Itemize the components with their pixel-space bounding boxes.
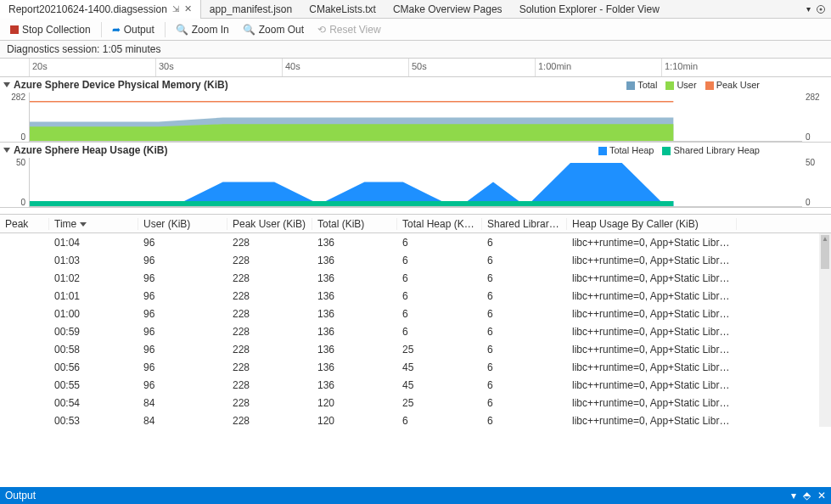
swatch-icon	[705, 81, 714, 90]
button-label: Stop Collection	[22, 24, 91, 36]
timeline-tick: 1:10min	[661, 59, 698, 76]
timeline-ruler[interactable]: 20s 30s 40s 50s 1:00min 1:10min	[0, 59, 831, 77]
spacer	[0, 208, 831, 215]
close-icon[interactable]: ✕	[817, 490, 826, 501]
table-row[interactable]: 00:5596228136456libc++runtime=0, App+Sta…	[0, 376, 831, 394]
y-axis-left: 500	[0, 158, 29, 207]
column-header[interactable]: Heap Usage By Caller (KiB)	[567, 218, 737, 230]
stop-collection-button[interactable]: Stop Collection	[5, 22, 96, 37]
table-row[interactable]: 01:019622813666libc++runtime=0, App+Stat…	[0, 287, 831, 305]
tab-item[interactable]: Solution Explorer - Folder View	[511, 0, 668, 19]
table-cell: 6	[397, 255, 482, 266]
table-cell: libc++runtime=0, App+Static Librar...	[567, 290, 737, 302]
column-header[interactable]: Total Heap (KiB)	[397, 218, 482, 230]
table-row[interactable]: 00:538422812066libc++runtime=0, App+Stat…	[0, 412, 831, 427]
table-row[interactable]: 01:029622813666libc++runtime=0, App+Stat…	[0, 269, 831, 287]
chart-plot[interactable]	[29, 158, 802, 207]
scroll-up-icon[interactable]: ▲	[822, 235, 828, 243]
table-row[interactable]: 00:5896228136256libc++runtime=0, App+Sta…	[0, 340, 831, 358]
dropdown-icon[interactable]: ▾	[791, 490, 796, 501]
timeline-tick: 20s	[29, 59, 48, 76]
tab-item[interactable]: app_manifest.json	[201, 0, 300, 19]
table-cell: 136	[312, 326, 397, 338]
legend-item: Peak User	[705, 80, 760, 90]
panel-title: Output	[5, 490, 36, 501]
legend-item: Shared Library Heap	[662, 145, 760, 155]
table-cell: 6	[397, 237, 482, 249]
scrollbar[interactable]: ▲	[819, 233, 831, 427]
tab-active[interactable]: Report20210624-1400.diagsession ⇲ ✕	[0, 0, 201, 19]
output-button[interactable]: ➦ Output	[107, 22, 160, 37]
table-cell: 6	[482, 344, 567, 356]
chart-header[interactable]: Azure Sphere Device Physical Memory (KiB…	[0, 77, 831, 92]
y-axis-left: 2820	[0, 92, 29, 142]
table-row[interactable]: 00:5484228120256libc++runtime=0, App+Sta…	[0, 394, 831, 412]
table-cell: 228	[227, 255, 312, 266]
document-tabbar: Report20210624-1400.diagsession ⇲ ✕ app_…	[0, 0, 831, 19]
table-row[interactable]: 01:039622813666libc++runtime=0, App+Stat…	[0, 251, 831, 269]
diagnostics-toolbar: Stop Collection ➦ Output 🔍 Zoom In 🔍 Zoo…	[0, 19, 831, 41]
tab-label: app_manifest.json	[210, 3, 292, 15]
column-header[interactable]: Time	[49, 218, 138, 230]
zoom-in-button[interactable]: 🔍 Zoom In	[171, 22, 234, 37]
table-cell: 6	[482, 397, 567, 409]
table-cell: libc++runtime=0, App+Static Librar...	[567, 344, 737, 356]
table-cell: 96	[138, 255, 227, 266]
table-cell: 228	[227, 361, 312, 373]
column-header[interactable]: Shared Library...	[482, 218, 567, 230]
table-cell: 6	[482, 326, 567, 338]
collapse-icon[interactable]	[3, 82, 10, 87]
table-header: Peak Time User (KiB) Peak User (KiB) Tot…	[0, 215, 831, 233]
legend-item: User	[665, 80, 696, 90]
table-cell: 25	[397, 344, 482, 356]
table-cell: 00:58	[49, 344, 138, 356]
table-cell: 6	[397, 290, 482, 302]
table-cell: 136	[312, 344, 397, 356]
close-icon[interactable]: ✕	[184, 3, 192, 14]
table-cell: 228	[227, 326, 312, 338]
table-cell: 136	[312, 255, 397, 266]
output-panel-titlebar[interactable]: Output ▾ ⬘ ✕	[0, 487, 831, 504]
column-header[interactable]: Peak	[0, 218, 49, 230]
table-row[interactable]: 01:049622813666libc++runtime=0, App+Stat…	[0, 233, 831, 251]
chart-memory: Azure Sphere Device Physical Memory (KiB…	[0, 77, 831, 143]
button-label: Zoom In	[192, 24, 229, 36]
pin-icon[interactable]: ⬘	[803, 490, 811, 501]
tab-item[interactable]: CMake Overview Pages	[385, 0, 511, 19]
table-cell: 01:04	[49, 237, 138, 249]
table-row[interactable]: 00:5696228136456libc++runtime=0, App+Sta…	[0, 358, 831, 376]
table-row[interactable]: 01:009622813666libc++runtime=0, App+Stat…	[0, 305, 831, 322]
chart-plot[interactable]	[29, 92, 802, 142]
gear-icon[interactable]	[816, 4, 826, 14]
table-cell: 84	[138, 415, 227, 427]
table-cell: 6	[482, 308, 567, 320]
column-header[interactable]: User (KiB)	[138, 218, 227, 230]
table-body[interactable]: 01:049622813666libc++runtime=0, App+Stat…	[0, 233, 831, 427]
table-cell: libc++runtime=0, App+Static Librar...	[567, 237, 737, 249]
table-cell: 228	[227, 237, 312, 249]
reset-view-button[interactable]: ⟲ Reset View	[312, 22, 385, 37]
table-cell: libc++runtime=0, App+Static Librar...	[567, 361, 737, 373]
window-dropdown-icon[interactable]: ▾	[806, 4, 811, 14]
timeline-tick: 40s	[282, 59, 300, 76]
pin-icon[interactable]: ⇲	[172, 4, 179, 14]
table-cell: 228	[227, 397, 312, 409]
column-header[interactable]: Total (KiB)	[312, 218, 397, 230]
tab-item[interactable]: CMakeLists.txt	[300, 0, 385, 19]
swatch-icon	[665, 81, 674, 90]
table-cell: 96	[138, 361, 227, 373]
column-header[interactable]: Peak User (KiB)	[227, 218, 312, 230]
collapse-icon[interactable]	[3, 148, 10, 153]
data-table: Peak Time User (KiB) Peak User (KiB) Tot…	[0, 215, 831, 427]
table-row[interactable]: 00:599622813666libc++runtime=0, App+Stat…	[0, 322, 831, 340]
table-cell: 01:02	[49, 272, 138, 284]
table-cell: 228	[227, 344, 312, 356]
table-cell: 228	[227, 290, 312, 302]
session-header: Diagnostics session: 1:05 minutes	[0, 41, 831, 59]
button-label: Zoom Out	[259, 24, 304, 36]
chart-header[interactable]: Azure Sphere Heap Usage (KiB) Total Heap…	[0, 143, 831, 158]
tab-label: Solution Explorer - Folder View	[519, 3, 660, 15]
table-cell: 6	[482, 361, 567, 373]
zoom-out-button[interactable]: 🔍 Zoom Out	[238, 22, 309, 37]
table-cell: 136	[312, 237, 397, 249]
